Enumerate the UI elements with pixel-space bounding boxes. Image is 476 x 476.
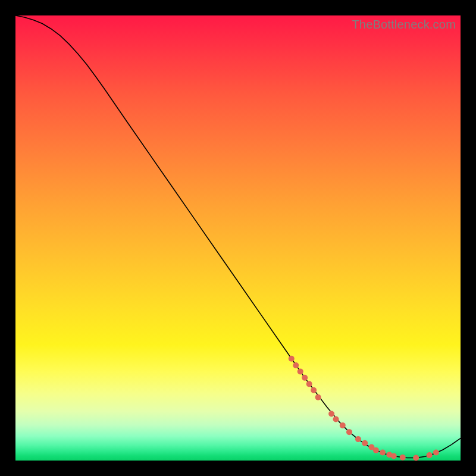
scatter-dot	[293, 362, 299, 368]
scatter-dot	[373, 447, 379, 453]
plot-area: TheBottleneck.com	[15, 15, 461, 461]
scatter-dot	[427, 452, 433, 458]
scatter-dot	[433, 450, 439, 456]
scatter-dot	[311, 387, 317, 393]
scatter-dot	[355, 436, 361, 442]
scatter-dot	[362, 440, 368, 446]
scatter-dot	[340, 422, 346, 428]
scatter-dot	[333, 416, 339, 422]
chart-root: TheBottleneck.com	[0, 0, 476, 476]
scatter-dot	[298, 368, 303, 374]
scatter-dot	[328, 411, 334, 416]
scatter-dot	[391, 453, 397, 459]
scatter-dot	[315, 394, 321, 400]
scatter-dot	[400, 455, 406, 461]
scatter-points	[289, 356, 439, 461]
scatter-dot	[289, 356, 295, 362]
scatter-dot	[380, 450, 386, 456]
chart-overlay	[15, 15, 461, 461]
scatter-dot	[346, 429, 352, 435]
scatter-dot	[302, 375, 308, 381]
scatter-dot	[306, 381, 312, 387]
bottleneck-curve	[15, 15, 461, 458]
scatter-dot	[413, 455, 419, 461]
